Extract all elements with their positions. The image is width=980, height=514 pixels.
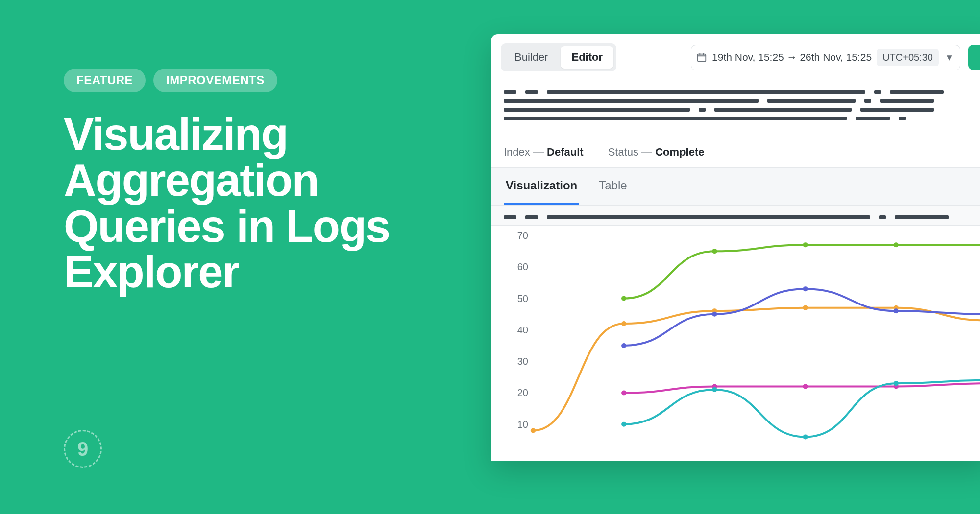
data-point xyxy=(894,242,899,247)
data-point xyxy=(894,308,899,313)
status-value: Complete xyxy=(655,146,704,158)
data-point xyxy=(621,296,626,301)
y-tick: 30 xyxy=(504,356,528,367)
data-point xyxy=(712,312,717,317)
chart-plot xyxy=(533,235,980,456)
data-point xyxy=(894,381,899,386)
series-indigo xyxy=(624,289,980,346)
data-point xyxy=(621,390,626,395)
data-point xyxy=(712,387,717,392)
mode-toggle: Builder Editor xyxy=(501,43,616,71)
y-tick: 10 xyxy=(504,419,528,430)
data-point xyxy=(621,422,626,427)
data-point xyxy=(621,321,626,326)
query-editor[interactable] xyxy=(491,80,980,135)
status-label: Status xyxy=(608,146,638,158)
y-axis: 10203040506070 xyxy=(504,235,528,456)
data-point xyxy=(531,428,536,433)
y-tick: 20 xyxy=(504,387,528,398)
toolbar: Builder Editor 19th Nov, 15:25 → 26th No… xyxy=(491,34,980,80)
tab-visualization[interactable]: Visualization xyxy=(504,168,579,205)
result-tabs: Visualization Table xyxy=(491,168,980,206)
data-point xyxy=(803,286,808,291)
query-meta: Index — Default Status — Complete xyxy=(491,135,980,168)
timezone-chip: UTC+05:30 xyxy=(877,49,939,66)
tab-table[interactable]: Table xyxy=(597,168,629,205)
series-green xyxy=(624,245,980,298)
badge-feature: FEATURE xyxy=(64,69,146,92)
series-orange xyxy=(533,308,980,431)
data-point xyxy=(803,305,808,310)
date-range-text: 19th Nov, 15:25 → 26th Nov, 15:25 xyxy=(712,51,872,63)
data-point xyxy=(803,384,808,389)
data-point xyxy=(621,343,626,348)
calendar-icon xyxy=(696,52,707,63)
index-value: Default xyxy=(547,146,584,158)
data-point xyxy=(803,242,808,247)
builder-tab-button[interactable]: Builder xyxy=(504,46,559,69)
chart: 10203040506070 xyxy=(491,226,980,461)
brand-badge: 9 xyxy=(64,430,102,468)
y-tick: 70 xyxy=(504,230,528,241)
date-range-picker[interactable]: 19th Nov, 15:25 → 26th Nov, 15:25 UTC+05… xyxy=(691,45,960,70)
logs-explorer-window: Builder Editor 19th Nov, 15:25 → 26th No… xyxy=(491,34,980,461)
page-title: Visualizing Aggregation Queries in Logs … xyxy=(64,112,436,295)
run-query-button[interactable] xyxy=(968,45,980,70)
data-point xyxy=(712,249,717,254)
y-tick: 50 xyxy=(504,293,528,304)
series-magenta xyxy=(624,383,980,393)
y-tick: 40 xyxy=(504,324,528,335)
badge-improvements: IMPROVEMENTS xyxy=(153,69,277,92)
chevron-down-icon: ▾ xyxy=(944,51,955,63)
viz-toolbar xyxy=(491,206,980,226)
svg-rect-0 xyxy=(698,54,706,62)
y-tick: 60 xyxy=(504,261,528,273)
index-label: Index xyxy=(504,146,530,158)
editor-tab-button[interactable]: Editor xyxy=(561,46,613,69)
data-point xyxy=(803,434,808,439)
